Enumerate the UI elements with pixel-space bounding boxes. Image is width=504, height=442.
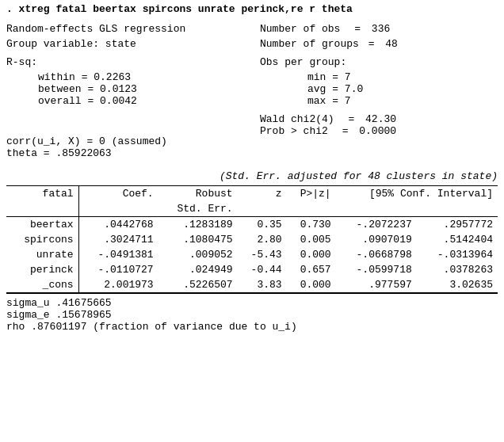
- ci-lo-val: -.0599718: [336, 262, 417, 277]
- p-val: 0.730: [287, 217, 336, 233]
- prob-eq: =: [334, 125, 349, 137]
- col-std-err: Std. Err.: [158, 201, 238, 217]
- rho-val: .87601197: [31, 321, 86, 333]
- rho-note: (fraction of variance due to u_i): [93, 321, 296, 333]
- sigma-u-val: .41675665: [55, 297, 111, 309]
- col-coef: Coef.: [78, 186, 158, 202]
- z-val: -5.43: [238, 247, 287, 262]
- min-label: min: [260, 71, 326, 83]
- obs-per-group-label: Obs per group:: [260, 56, 346, 68]
- theta-val: = .85922063: [44, 147, 112, 159]
- col-z: z: [238, 186, 287, 202]
- std-err-note: (Std. Err. adjusted for 48 clusters in s…: [6, 170, 498, 182]
- group-var-label: Group variable:: [6, 38, 99, 50]
- prob-val: 0.0000: [354, 125, 396, 137]
- nobs-val: 336: [367, 23, 390, 35]
- rho-label: rho: [6, 321, 25, 333]
- ci-lo-val: .977597: [336, 277, 417, 293]
- bottom-section: sigma_u .41675665 sigma_e .15678965 rho …: [6, 293, 498, 333]
- col-dep: fatal: [6, 186, 78, 202]
- theta-label: theta: [6, 147, 37, 159]
- var-name: spircons: [6, 232, 78, 247]
- z-val: 0.35: [238, 217, 287, 233]
- col-robust: Robust: [158, 186, 238, 202]
- col-ci-hi-empty: [417, 201, 498, 217]
- coef-val: .3024711: [78, 232, 158, 247]
- ci-hi-val: .0378263: [417, 262, 498, 277]
- overall-label: overall: [38, 95, 82, 107]
- se-val: .5226507: [158, 277, 238, 293]
- col-pz: P>|z|: [287, 186, 336, 202]
- ngroups-eq: =: [365, 38, 375, 50]
- max-val: 7: [345, 95, 351, 107]
- min-val: 7: [345, 71, 351, 83]
- var-name: unrate: [6, 247, 78, 262]
- command-line: . xtreg fatal beertax spircons unrate pe…: [6, 3, 498, 15]
- p-val: 0.657: [287, 262, 336, 277]
- ci-hi-val: -.0313964: [417, 247, 498, 262]
- z-val: 2.80: [238, 232, 287, 247]
- table-row: beertax .0442768 .1283189 0.35 0.730 -.2…: [6, 217, 498, 233]
- coef-val: -.0110727: [78, 262, 158, 277]
- ci-lo-val: -.0668798: [336, 247, 417, 262]
- var-name: _cons: [6, 277, 78, 293]
- se-val: .024949: [158, 262, 238, 277]
- table-row: perinck -.0110727 .024949 -0.44 0.657 -.…: [6, 262, 498, 277]
- ci-lo-val: .0907019: [336, 232, 417, 247]
- avg-val: 7.0: [345, 83, 363, 95]
- nobs-eq: =: [346, 23, 361, 35]
- group-var-value: state: [105, 38, 136, 50]
- col-dep-empty: [6, 201, 78, 217]
- overall-val: 0.0042: [100, 95, 137, 107]
- se-val: .1080475: [158, 232, 238, 247]
- ci-hi-val: 3.02635: [417, 277, 498, 293]
- regression-table: fatal Coef. Robust z P>|z| [95% Conf. In…: [6, 185, 498, 293]
- within-val: 0.2263: [94, 71, 131, 83]
- col-ci: [95% Conf. Interval]: [336, 186, 498, 202]
- coef-val: 2.001973: [78, 277, 158, 293]
- se-val: .1283189: [158, 217, 238, 233]
- sigma-e-val: .15678965: [55, 309, 111, 321]
- sigma-e-label: sigma_e: [6, 309, 50, 321]
- col-pz-empty: [287, 201, 336, 217]
- max-label: max: [260, 95, 326, 107]
- table-row: unrate -.0491381 .009052 -5.43 0.000 -.0…: [6, 247, 498, 262]
- table-row: spircons .3024711 .1080475 2.80 0.005 .0…: [6, 232, 498, 247]
- avg-label: avg: [260, 83, 326, 95]
- p-val: 0.000: [287, 247, 336, 262]
- between-label: between: [38, 83, 82, 95]
- within-label: within: [38, 71, 75, 83]
- nobs-label: Number of obs: [260, 23, 340, 35]
- table-row: _cons 2.001973 .5226507 3.83 0.000 .9775…: [6, 277, 498, 293]
- col-z-empty: [238, 201, 287, 217]
- p-val: 0.000: [287, 277, 336, 293]
- wald-eq: =: [340, 113, 354, 125]
- wald-val: 42.30: [361, 113, 396, 125]
- coef-val: -.0491381: [78, 247, 158, 262]
- between-val: 0.0123: [100, 83, 137, 95]
- coef-val: .0442768: [78, 217, 158, 233]
- se-val: .009052: [158, 247, 238, 262]
- rsq-label: R-sq:: [6, 56, 37, 68]
- p-val: 0.005: [287, 232, 336, 247]
- sigma-u-label: sigma_u: [6, 297, 50, 309]
- ci-lo-val: -.2072237: [336, 217, 417, 233]
- var-name: perinck: [6, 262, 78, 277]
- ngroups-val: 48: [380, 38, 398, 50]
- ci-hi-val: .5142404: [417, 232, 498, 247]
- model-type: Random-effects GLS regression: [6, 23, 185, 35]
- ngroups-label: Number of groups: [260, 38, 359, 50]
- corr-val: = 0 (assumed): [86, 135, 166, 147]
- corr-label: corr(u_i, X): [6, 135, 81, 147]
- wald-label: Wald chi2(4): [260, 113, 334, 125]
- col-ci-lo-empty: [336, 201, 417, 217]
- col-coef-empty: [78, 201, 158, 217]
- ci-hi-val: .2957772: [417, 217, 498, 233]
- z-val: -0.44: [238, 262, 287, 277]
- var-name: beertax: [6, 217, 78, 233]
- z-val: 3.83: [238, 277, 287, 293]
- prob-label: Prob > chi2: [260, 125, 328, 137]
